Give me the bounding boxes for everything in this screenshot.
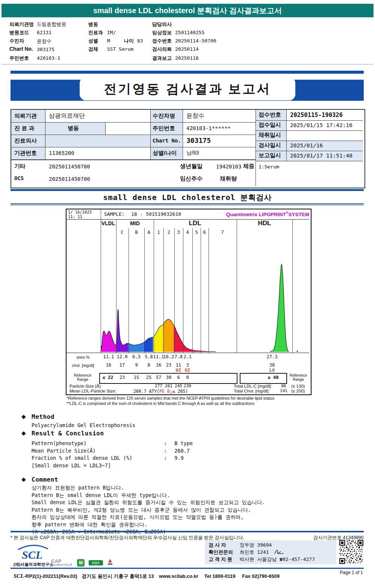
electrophoresis-curve-area: [67, 237, 309, 353]
order-value: 남/83: [186, 150, 199, 156]
staff-name: 최민호 1241: [239, 549, 269, 555]
field-label: 결과보고: [152, 55, 172, 62]
ref-value-hdl: ≥ 40: [268, 375, 279, 380]
report-title: small dense LDL cholesterol 분획검사 검사결과보고서: [93, 6, 282, 15]
ref-range-box-hdl: [240, 373, 287, 384]
order-label: 임신주수: [180, 175, 203, 182]
comment-line: Pattern B는 small dense LDL이 우세한 type입니다.: [32, 492, 265, 499]
order-label: 기관번호: [14, 150, 37, 157]
chol-value: 38: [269, 362, 275, 368]
order-value: 윤창수: [186, 112, 204, 120]
order-label: 접수일시: [259, 121, 281, 129]
footer-rule-top: [11, 531, 364, 532]
order-value: 19420103: [216, 164, 241, 170]
comment-line: 향후 pattern 변화에 대한 확인을 권유합니다.: [32, 521, 265, 529]
order-label: 생년월일: [180, 163, 203, 170]
method-heading: Method: [32, 413, 54, 420]
order-value: 2025011450700: [49, 164, 90, 170]
result-value: 260.7: [174, 448, 190, 454]
area-row-label: area %: [67, 355, 100, 359]
signature-icon: [273, 549, 286, 556]
flag-lo: LO: [269, 368, 275, 373]
eqa-logo: EQA: [89, 560, 103, 565]
total-chol-value: 141: [280, 388, 287, 393]
total-chol-ref: (≤ 200): [291, 389, 305, 393]
band-group-mid: MID: [130, 220, 140, 226]
diamond-icon: ◆: [21, 430, 26, 436]
order-label: 채취일시: [259, 132, 281, 139]
order-value: 2025/01/16: [290, 142, 323, 149]
lab-tel: Tel 1800-0119: [204, 573, 236, 579]
order-label: Chart No.: [153, 138, 181, 144]
order-value: 삼광의료재단: [49, 112, 85, 120]
result-heading: Result & Conclusion: [32, 430, 104, 437]
order-value: 2025/01/15 17:42:16: [290, 122, 352, 128]
qr-code: [339, 540, 363, 564]
field-value: IM/: [107, 30, 116, 35]
area-value: 12.0: [117, 354, 128, 359]
total-ldl-label: Total LDL-C [mg/dl]:: [234, 384, 272, 388]
comment-line: 상기환자 표현형은 pattern B입니다.: [32, 484, 265, 492]
field-label: 진료과: [88, 29, 103, 36]
banner-title: 전기영동 검사결과 보고서: [104, 82, 271, 96]
band-group-vldl: VLDL: [101, 220, 115, 226]
mean-size-label: Mean LDL-Particle Size:: [70, 389, 116, 393]
order-value: 2025/01/17 11:51:40: [290, 153, 352, 159]
order-value: 20250115-190326: [290, 112, 343, 118]
order-label: 의뢰기관: [14, 112, 37, 120]
result-value: B type: [174, 440, 193, 446]
subband-label: 4: [186, 230, 189, 235]
ref-value: 0: [186, 375, 189, 380]
result-row: Fraction % of small dense LDL (%):9.9: [32, 455, 184, 461]
ref-value: 15: [134, 375, 139, 380]
order-value: 11365200: [49, 150, 74, 156]
total-ldl-ref: (≤ 130): [291, 384, 305, 388]
field-value: 윤창수: [37, 38, 51, 45]
field-value: 20250118: [175, 55, 199, 61]
patient-info-block: 의뢰기관명 드림종합병원 병원코드 62131 수진자 윤창수 Chart No…: [0, 18, 375, 63]
order-value: 420103-1******: [186, 125, 231, 131]
area-value: 11.1: [153, 354, 164, 359]
field-label: 임상정보: [152, 29, 172, 36]
scl-logo: SCL (재)서울의과학연구소: [14, 544, 53, 567]
chol-value: 16: [156, 362, 161, 368]
ref-value: 25: [146, 375, 151, 380]
comment-line: 환자의 임상상태에 따른 적절한 치료(운동요법, 식이요법 또는 약물요법 등…: [32, 514, 265, 521]
serum-note: 1:Serum: [259, 164, 279, 170]
field-value: 420103-1: [37, 55, 60, 61]
field-label: 담당의사: [152, 21, 172, 28]
section-title: small dense LDL cholesterol 분획검사: [0, 192, 375, 203]
field-label: 주민번호: [9, 55, 29, 62]
result-label: Fraction % of small dense LDL (%): [32, 455, 164, 461]
ref-value: 6: [177, 375, 180, 380]
subband-label: 5: [195, 230, 198, 235]
diamond-icon: ◆: [21, 476, 26, 483]
field-value: 303175: [37, 47, 54, 52]
lab-fax: Fax 02)790-6509: [242, 573, 280, 579]
examiner-row: 고 객 지 원 박사현 서울강남 ☎02-457-4277: [205, 555, 336, 562]
flag-hi: HI: [176, 368, 181, 373]
subband-label: 1: [157, 230, 160, 235]
section-rule-bottom: [11, 203, 364, 205]
diamond-icon: ◆: [21, 413, 26, 420]
examiner-row: 확인전문의 최민호 1241: [205, 548, 336, 555]
result-value: 9.9: [174, 455, 183, 461]
order-label: 성별/나이: [153, 150, 177, 157]
report-header-bar: small dense LDL cholesterol 분획검사 검사결과보고서: [2, 4, 373, 17]
check-icon: ✓: [69, 563, 73, 567]
result-row: Pattern(phenotype):B type: [32, 440, 193, 446]
area-value: 7.8: [174, 354, 183, 359]
staff-label: 확인전문의: [209, 549, 238, 556]
chol-value: 8: [147, 362, 150, 368]
banner-top-rule: [11, 71, 364, 74]
electrophoresis-curve: [67, 237, 309, 353]
footnote-2: **LDL-C is comprised of the sum of chole…: [67, 401, 254, 406]
field-value: SST Serum: [107, 46, 133, 52]
staff-name: 박사현 서울강남 ☎02-457-4277: [239, 556, 315, 562]
order-label: 주민번호: [153, 125, 175, 132]
ref-range-label-right: Reference Range: [287, 373, 309, 382]
anab-logo: [107, 559, 113, 567]
field-label: 병동: [88, 21, 98, 28]
field-label: 접수번호: [152, 38, 172, 44]
comment-body: 상기환자 표현형은 pattern B입니다. Pattern B는 small…: [32, 484, 265, 536]
